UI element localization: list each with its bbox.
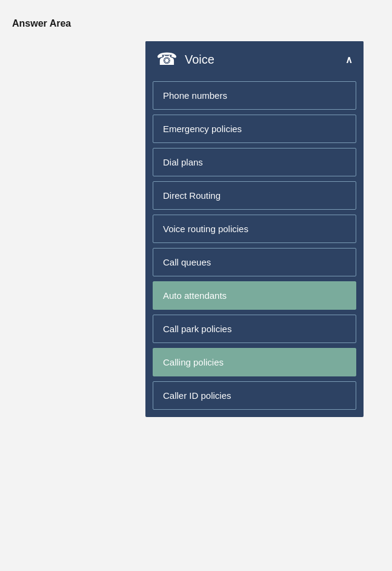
answer-area-title: Answer Area xyxy=(12,18,380,29)
menu-list: Phone numbersEmergency policiesDial plan… xyxy=(145,78,364,417)
panel-header: ☎ Voice ∧ xyxy=(145,41,364,78)
menu-item-phone-numbers[interactable]: Phone numbers xyxy=(153,81,356,110)
menu-item-caller-id-policies[interactable]: Caller ID policies xyxy=(153,381,356,410)
menu-item-calling-policies[interactable]: Calling policies xyxy=(153,348,356,376)
voice-panel: ☎ Voice ∧ Phone numbersEmergency policie… xyxy=(145,41,364,417)
panel-title: Voice xyxy=(185,53,214,67)
menu-item-call-park-policies[interactable]: Call park policies xyxy=(153,315,356,343)
menu-item-dial-plans[interactable]: Dial plans xyxy=(153,148,356,176)
chevron-up-icon[interactable]: ∧ xyxy=(345,54,353,65)
panel-header-left: ☎ Voice xyxy=(156,51,214,68)
phone-icon: ☎ xyxy=(156,51,178,68)
menu-item-emergency-policies[interactable]: Emergency policies xyxy=(153,115,356,143)
menu-item-auto-attendants[interactable]: Auto attendants xyxy=(153,281,356,310)
menu-item-direct-routing[interactable]: Direct Routing xyxy=(153,181,356,210)
menu-item-voice-routing-policies[interactable]: Voice routing policies xyxy=(153,215,356,243)
menu-item-call-queues[interactable]: Call queues xyxy=(153,248,356,276)
